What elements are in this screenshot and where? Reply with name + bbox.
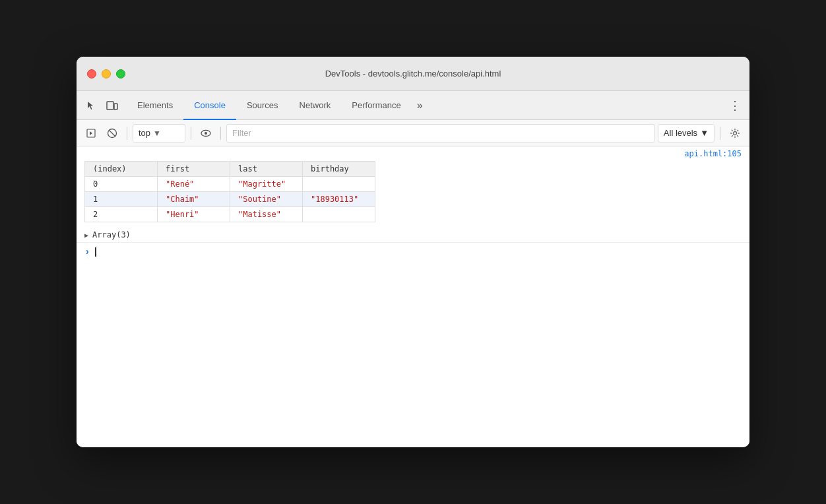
devtools-body: Elements Console Sources Network Perform…	[77, 91, 749, 447]
table-row: 1"Chaim""Soutine""18930113"	[85, 192, 375, 207]
cell-first: "Henri"	[158, 207, 230, 222]
col-first: first	[158, 162, 230, 177]
array-toggle-arrow-icon: ▶	[84, 232, 88, 239]
svg-line-5	[109, 130, 115, 137]
cell-last: "Matisse"	[230, 207, 303, 222]
tab-network[interactable]: Network	[289, 91, 342, 120]
col-birthday: birthday	[303, 162, 375, 177]
table-row: 2"Henri""Matisse"	[85, 207, 375, 222]
console-table-wrapper: (index) first last birthday 0"René""Magr…	[77, 161, 749, 228]
console-prompt-icon: ›	[84, 247, 90, 257]
maximize-button[interactable]	[116, 69, 125, 79]
tab-performance[interactable]: Performance	[341, 91, 411, 120]
cell-first: "Chaim"	[158, 192, 230, 207]
tab-menu-icon[interactable]: ⋮	[726, 96, 744, 115]
filter-input[interactable]	[226, 124, 655, 142]
context-arrow-icon: ▼	[153, 129, 161, 138]
separator-1	[127, 127, 127, 140]
svg-rect-1	[114, 104, 117, 110]
cell-birthday	[303, 207, 375, 222]
console-toolbar: top ▼ All levels ▼	[77, 120, 749, 146]
levels-button[interactable]: All levels ▼	[658, 124, 715, 142]
window-title: DevTools - devtools.glitch.me/console/ap…	[325, 69, 501, 79]
console-cursor	[95, 247, 96, 257]
tab-sources[interactable]: Sources	[236, 91, 289, 120]
col-index: (index)	[85, 162, 158, 177]
svg-point-8	[734, 131, 737, 135]
devtools-window: DevTools - devtools.glitch.me/console/ap…	[77, 57, 749, 447]
toggle-drawer-button[interactable]	[82, 124, 100, 142]
clear-console-button[interactable]	[103, 124, 121, 142]
traffic-lights	[87, 69, 125, 79]
tabs: Elements Console Sources Network Perform…	[127, 91, 726, 119]
tab-elements[interactable]: Elements	[127, 91, 183, 120]
settings-button[interactable]	[726, 124, 744, 142]
col-last: last	[230, 162, 303, 177]
close-button[interactable]	[87, 69, 96, 79]
minimize-button[interactable]	[102, 69, 111, 79]
titlebar: DevTools - devtools.glitch.me/console/ap…	[77, 57, 749, 91]
cell-last: "Magritte"	[230, 177, 303, 192]
separator-2	[191, 127, 191, 140]
context-selector[interactable]: top ▼	[133, 124, 185, 142]
separator-3	[220, 127, 221, 140]
source-link[interactable]: api.html:105	[77, 146, 749, 161]
cell-index: 2	[85, 207, 158, 222]
svg-rect-0	[107, 102, 113, 110]
tabbar: Elements Console Sources Network Perform…	[77, 91, 749, 120]
svg-point-7	[205, 132, 207, 135]
tab-more[interactable]: »	[412, 91, 428, 119]
svg-marker-3	[90, 131, 92, 135]
array-toggle[interactable]: ▶ Array(3)	[77, 228, 749, 242]
console-table: (index) first last birthday 0"René""Magr…	[84, 161, 375, 222]
device-toggle-icon[interactable]	[103, 96, 121, 115]
tabbar-icons	[82, 96, 121, 115]
cell-first: "René"	[158, 177, 230, 192]
table-body: 0"René""Magritte"1"Chaim""Soutine""18930…	[85, 177, 375, 222]
cursor-icon[interactable]	[82, 96, 100, 115]
separator-4	[720, 127, 720, 140]
table-row: 0"René""Magritte"	[85, 177, 375, 192]
console-input-row: ›	[77, 242, 749, 261]
cell-index: 1	[85, 192, 158, 207]
cell-last: "Soutine"	[230, 192, 303, 207]
cell-birthday	[303, 177, 375, 192]
table-header-row: (index) first last birthday	[85, 162, 375, 177]
cell-index: 0	[85, 177, 158, 192]
console-output: api.html:105 (index) first last birthday…	[77, 146, 749, 447]
eye-icon[interactable]	[197, 124, 215, 142]
tab-console[interactable]: Console	[183, 91, 236, 120]
cell-birthday: "18930113"	[303, 192, 375, 207]
